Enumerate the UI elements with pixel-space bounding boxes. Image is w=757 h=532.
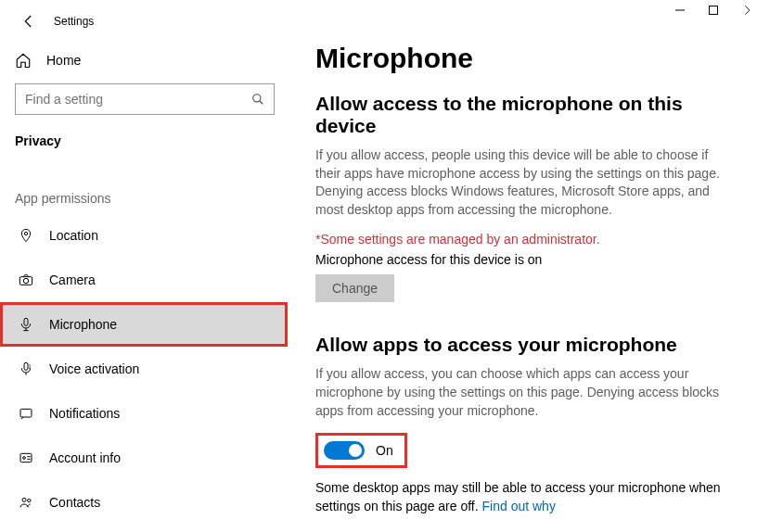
sidebar-item-contacts[interactable]: Contacts <box>0 480 288 525</box>
sidebar-item-label: Voice activation <box>49 361 139 376</box>
svg-point-9 <box>22 498 26 501</box>
svg-rect-6 <box>20 409 32 417</box>
toggle-state-label: On <box>376 443 393 458</box>
svg-point-3 <box>23 278 28 283</box>
apps-access-toggle-wrap: On <box>315 433 407 468</box>
section2-desc: If you allow access, you can choose whic… <box>315 365 724 420</box>
change-button[interactable]: Change <box>315 274 394 302</box>
window-title: Settings <box>54 15 94 28</box>
search-wrap <box>0 78 297 124</box>
svg-point-10 <box>28 499 31 501</box>
search-box[interactable] <box>15 83 275 115</box>
account-info-icon <box>18 450 34 465</box>
search-input[interactable] <box>25 92 248 107</box>
section2-title: Allow apps to access your microphone <box>315 334 729 356</box>
minimize-icon[interactable] <box>674 4 686 17</box>
sidebar-item-label: Location <box>49 228 98 243</box>
sidebar-item-location[interactable]: Location <box>0 213 288 258</box>
sidebar-item-label: Account info <box>49 450 121 465</box>
back-icon[interactable] <box>20 13 37 30</box>
svg-point-0 <box>253 95 261 102</box>
svg-point-8 <box>23 457 26 460</box>
titlebar: Settings <box>0 7 297 43</box>
find-out-why-link[interactable]: Find out why <box>482 499 556 513</box>
page-title: Microphone <box>315 43 729 74</box>
section-label: App permissions <box>0 161 297 213</box>
home-icon <box>15 52 32 69</box>
sidebar-item-notifications[interactable]: Notifications <box>0 391 288 436</box>
svg-point-1 <box>24 232 27 234</box>
voice-activation-icon <box>18 361 34 376</box>
main-content: Microphone Allow access to the microphon… <box>297 0 757 532</box>
camera-icon <box>18 272 34 287</box>
svg-rect-7 <box>20 453 32 462</box>
maximize-icon[interactable] <box>707 4 720 17</box>
sidebar: Settings Home Privacy App permissions Lo… <box>0 0 297 532</box>
sidebar-item-label: Notifications <box>49 406 120 421</box>
category-heading: Privacy <box>0 124 297 161</box>
sidebar-item-microphone[interactable]: Microphone <box>0 302 288 347</box>
location-icon <box>18 228 34 243</box>
apps-access-toggle[interactable] <box>324 441 365 460</box>
sidebar-item-account-info[interactable]: Account info <box>0 436 288 480</box>
svg-rect-4 <box>24 318 28 325</box>
svg-rect-5 <box>24 362 28 370</box>
search-icon <box>251 93 264 106</box>
home-nav[interactable]: Home <box>0 43 297 78</box>
section1-title: Allow access to the microphone on this d… <box>315 93 729 137</box>
sidebar-item-label: Camera <box>49 272 96 287</box>
sidebar-item-camera[interactable]: Camera <box>0 258 288 302</box>
notifications-icon <box>18 406 34 421</box>
device-access-status: Microphone access for this device is on <box>315 252 729 267</box>
admin-note: *Some settings are managed by an adminis… <box>315 232 729 247</box>
section1-desc: If you allow access, people using this d… <box>315 146 724 219</box>
contacts-icon <box>18 495 34 510</box>
window-controls <box>674 4 753 17</box>
next-icon[interactable] <box>740 4 753 17</box>
sidebar-item-voice-activation[interactable]: Voice activation <box>0 347 288 391</box>
sidebar-item-label: Contacts <box>49 495 100 510</box>
footer-note: Some desktop apps may still be able to a… <box>315 479 724 515</box>
home-label: Home <box>46 53 81 68</box>
microphone-icon <box>18 317 34 332</box>
svg-rect-12 <box>710 6 718 15</box>
sidebar-item-label: Microphone <box>49 317 117 332</box>
